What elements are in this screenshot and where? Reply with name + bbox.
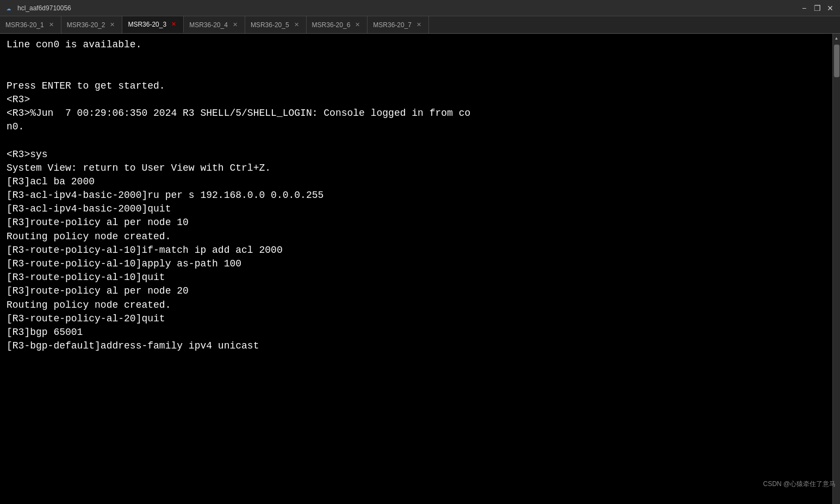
scroll-up-arrow[interactable]: ▲ (833, 34, 841, 42)
scrollbar[interactable]: ▲ (832, 34, 840, 504)
tab-close-tab7[interactable]: ✕ (415, 21, 423, 29)
tab-tab1[interactable]: MSR36-20_1✕ (0, 16, 61, 33)
restore-button[interactable]: ❐ (812, 3, 823, 14)
tab-close-tab4[interactable]: ✕ (231, 21, 239, 29)
tab-close-tab2[interactable]: ✕ (108, 21, 116, 29)
tab-label-tab6: MSR36-20_6 (312, 21, 351, 29)
tab-label-tab4: MSR36-20_4 (189, 21, 228, 29)
tab-tab5[interactable]: MSR36-20_5✕ (245, 16, 307, 33)
tab-close-tab6[interactable]: ✕ (353, 21, 362, 29)
title-bar: ☁ hcl_aaf6d9710056 − ❐ ✕ (0, 0, 840, 16)
terminal-output[interactable]: Line con0 is available. Press ENTER to g… (0, 34, 832, 504)
tab-tab2[interactable]: MSR36-20_2✕ (61, 16, 123, 33)
window-title: hcl_aaf6d9710056 (17, 4, 794, 12)
tab-bar: MSR36-20_1✕MSR36-20_2✕MSR36-20_3✕MSR36-2… (0, 16, 840, 34)
tab-close-tab5[interactable]: ✕ (293, 21, 301, 29)
tab-label-tab3: MSR36-20_3 (128, 21, 166, 28)
minimize-button[interactable]: − (799, 3, 810, 14)
close-button[interactable]: ✕ (825, 3, 836, 14)
tab-label-tab1: MSR36-20_1 (5, 21, 44, 29)
tab-tab6[interactable]: MSR36-20_6✕ (307, 16, 368, 33)
window-controls: − ❐ ✕ (799, 3, 836, 14)
tab-close-tab3[interactable]: ✕ (170, 20, 178, 28)
tab-tab3[interactable]: MSR36-20_3✕ (122, 16, 184, 33)
tab-close-tab1[interactable]: ✕ (47, 21, 55, 29)
tab-tab7[interactable]: MSR36-20_7✕ (368, 16, 429, 33)
content-area: Line con0 is available. Press ENTER to g… (0, 34, 840, 504)
scroll-thumb[interactable] (834, 45, 839, 77)
tab-tab4[interactable]: MSR36-20_4✕ (184, 16, 245, 33)
tab-label-tab5: MSR36-20_5 (251, 21, 289, 29)
app-icon: ☁ (4, 4, 13, 13)
tab-label-tab7: MSR36-20_7 (373, 21, 412, 29)
tab-label-tab2: MSR36-20_2 (67, 21, 105, 29)
